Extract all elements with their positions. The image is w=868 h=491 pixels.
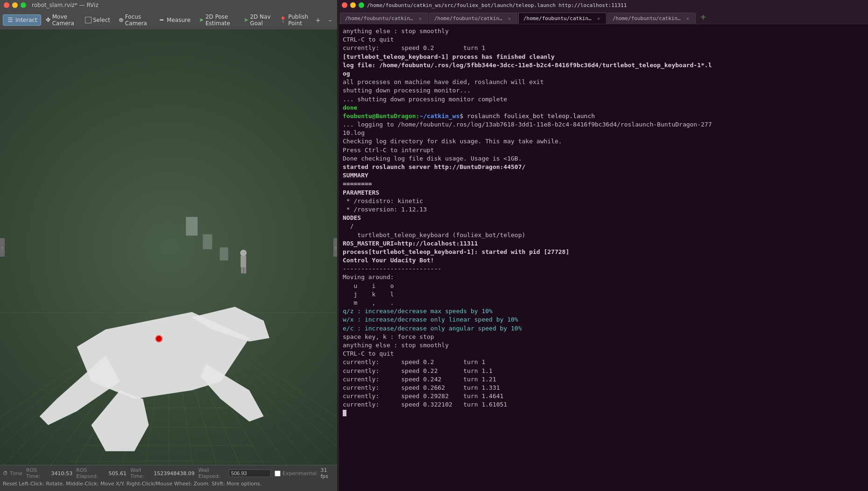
rviz-toolbar-right: + – (313, 15, 335, 25)
toolbar-add-btn[interactable]: + (313, 15, 323, 25)
terminal-line: Checking log directory for disk usage. T… (343, 137, 863, 146)
select-icon (85, 17, 92, 23)
terminal-line: currently: speed 0.22 turn 1.1 (343, 367, 863, 375)
terminal-line: anything else : stop smoothly (343, 27, 863, 35)
terminal-min-btn[interactable] (350, 2, 356, 8)
terminal-max-btn[interactable] (359, 2, 364, 8)
terminal-line: shutting down processing monitor... (343, 86, 863, 95)
ros-time-section: ROS Time: 3410:53 (26, 467, 72, 479)
2d-pose-button[interactable]: ➤ 2D Pose Estimate (195, 12, 239, 28)
terminal-line: ======== (343, 180, 863, 188)
left-panel-collapse[interactable]: ‹ (0, 238, 5, 257)
rviz-3d-scene (0, 30, 338, 465)
publish-point-button[interactable]: 📍 Publish Point (275, 12, 312, 28)
wall-elapsed-label: Wall Elapsed: (198, 467, 227, 479)
terminal-titlebar: /home/foubuntu/catkin_ws/src/fouliex_bot… (338, 0, 868, 10)
rviz-statusbar: ⏱ Time ROS Time: 3410:53 ROS Elapsed: 50… (0, 465, 338, 491)
rviz-close-btn[interactable] (4, 2, 9, 8)
terminal-line: --------------------------- (343, 265, 863, 273)
terminal-line: CTRL-C to quit (343, 350, 863, 358)
tab2-close[interactable]: ✕ (507, 16, 512, 21)
terminal-title: /home/foubuntu/catkin_ws/src/fouliex_bot… (367, 2, 627, 8)
ros-elapsed-section: ROS Elapsed: 505.61 (76, 467, 127, 479)
terminal-tab-4[interactable]: /home/foubuntu/catkin... ✕ (607, 13, 696, 24)
rviz-min-btn[interactable] (12, 2, 18, 8)
terminal-line: foubuntu@BuntuDragon:~/catkin_ws$ roslau… (343, 112, 863, 120)
wall-elapsed-section: Wall Elapsed: (198, 467, 271, 479)
terminal-line: log file: /home/foubuntu/.ros/log/5fbb34… (343, 61, 863, 70)
terminal-tab-3[interactable]: /home/foubuntu/catkin... ✕ (518, 13, 607, 24)
terminal-line: og (343, 70, 863, 78)
terminal-line: Moving around: (343, 273, 863, 281)
rviz-titlebar: robot_slam.rviz* — RViz (0, 0, 338, 10)
terminal-line: PARAMETERS (343, 189, 863, 197)
terminal-line: Done checking log file disk usage. Usage… (343, 154, 863, 163)
publish-point-label: Publish Point (288, 14, 308, 27)
focus-camera-label: Focus Camera (125, 14, 149, 27)
time-label: Time (10, 470, 22, 477)
terminal-line: * /rosversion: 1.12.13 (343, 205, 863, 214)
terminal-tab-1[interactable]: /home/foubuntu/catkin... ✕ (340, 13, 428, 24)
experimental-section: Experimental (275, 470, 317, 477)
time-section: ⏱ Time (3, 470, 22, 477)
terminal-line: [turtlebot_teleop_keyboard-1] process ha… (343, 53, 863, 61)
tab3-label: /home/foubuntu/catkin... (523, 15, 593, 21)
tab2-label: /home/foubuntu/catkin... (434, 15, 504, 21)
tab4-close[interactable]: ✕ (685, 16, 691, 21)
2d-pose-icon: ➤ (199, 16, 204, 24)
rviz-max-btn[interactable] (21, 2, 26, 8)
terminal-line: turtlebot_teleop_keyboard (fouliex_bot/t… (343, 231, 863, 239)
wall-elapsed-input[interactable] (229, 470, 271, 477)
terminal-line: u i o (343, 282, 863, 290)
interact-label: Interact (15, 17, 37, 23)
measure-label: Measure (167, 17, 191, 23)
2d-nav-icon: ➤ (243, 16, 248, 24)
terminal-line: ... logging to /home/foubuntu/.ros/log/1… (343, 120, 863, 129)
experimental-label: Experimental (282, 470, 317, 477)
2d-nav-button[interactable]: ➤ 2D Nav Goal (240, 12, 275, 28)
terminal-line: currently: speed 0.2662 turn 1.331 (343, 384, 863, 392)
terminal-content[interactable]: anything else : stop smoothlyCTRL-C to q… (338, 24, 868, 491)
rviz-viewport[interactable]: ‹ › (0, 30, 338, 465)
new-tab-button[interactable]: + (699, 13, 708, 22)
terminal-line: 10.log (343, 129, 863, 137)
ros-time-label: ROS Time: (26, 467, 49, 479)
select-button[interactable]: Select (81, 15, 114, 25)
rviz-status-hint: Reset Left-Click: Rotate. Middle-Click: … (3, 481, 261, 487)
terminal-line: w/x : increase/decrease only linear spee… (343, 316, 863, 324)
ros-elapsed-label: ROS Elapsed: (76, 467, 106, 479)
terminal-line: currently: speed 0.29282 turn 1.4641 (343, 392, 863, 400)
2d-nav-label: 2D Nav Goal (250, 14, 271, 27)
terminal-tab-2[interactable]: /home/foubuntu/catkin... ✕ (429, 13, 517, 24)
wall-time-section: Wall Time: 1523948438.09 (130, 467, 195, 479)
rviz-status-row2: Reset Left-Click: Rotate. Middle-Click: … (3, 481, 335, 487)
tab1-close[interactable]: ✕ (417, 16, 423, 21)
tab3-close[interactable]: ✕ (596, 16, 601, 21)
move-camera-label: Move Camera (52, 14, 77, 27)
panel-splitter[interactable] (337, 0, 339, 491)
ros-time-value: 3410:53 (51, 470, 73, 477)
terminal-line: j k l (343, 290, 863, 299)
terminal-line: currently: speed 0.2 turn 1 (343, 358, 863, 366)
measure-button[interactable]: ━ Measure (154, 14, 194, 26)
fps-badge: 31 fps (320, 467, 335, 479)
terminal-line: Control Your Udacity Bot! (343, 256, 863, 265)
terminal-line: CTRL-C to quit (343, 35, 863, 44)
rviz-toolbar: ☰ Interact ✥ Move Camera Select ⊕ Focus … (0, 10, 338, 30)
rviz-status-row1: ⏱ Time ROS Time: 3410:53 ROS Elapsed: 50… (3, 467, 335, 479)
interact-button[interactable]: ☰ Interact (3, 14, 41, 26)
toolbar-remove-btn[interactable]: – (325, 15, 335, 25)
move-camera-button[interactable]: ✥ Move Camera (42, 12, 80, 28)
move-camera-icon: ✥ (46, 16, 51, 24)
rviz-title: robot_slam.rviz* — RViz (32, 2, 99, 8)
focus-camera-button[interactable]: ⊕ Focus Camera (115, 12, 153, 28)
terminal-close-btn[interactable] (342, 2, 347, 8)
experimental-checkbox[interactable] (275, 470, 281, 477)
ros-elapsed-value: 505.61 (108, 470, 127, 477)
wall-time-value: 1523948438.09 (154, 470, 194, 477)
terminal-line: currently: speed 0.2 turn 1 (343, 44, 863, 52)
terminal-line: q/z : increase/decrease max speeds by 10… (343, 307, 863, 316)
terminal-line: space key, k : force stop (343, 333, 863, 341)
interact-icon: ☰ (7, 16, 14, 24)
rviz-panel: robot_slam.rviz* — RViz ☰ Interact ✥ Mov… (0, 0, 338, 491)
